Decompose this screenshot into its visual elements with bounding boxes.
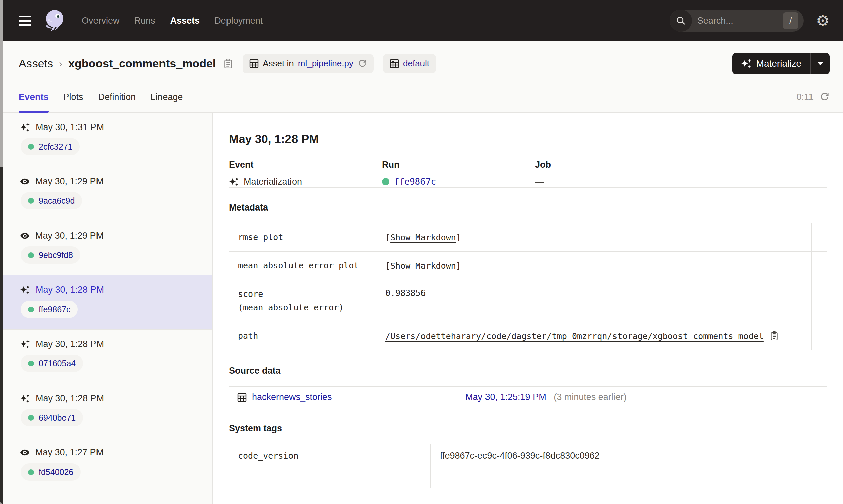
materialize-button[interactable]: Materialize — [733, 53, 810, 74]
tab-definition[interactable]: Definition — [98, 82, 136, 112]
asset-header-row: Assets › xgboost_comments_model Asset in… — [3, 41, 843, 82]
tab-lineage[interactable]: Lineage — [151, 82, 183, 112]
score-value: 0.983856 — [385, 288, 426, 298]
metadata-key: rmse plot — [229, 223, 376, 252]
run-id-pill[interactable]: 9aca6c9d — [21, 192, 82, 210]
run-id-link[interactable]: 071605a4 — [38, 359, 76, 368]
source-timestamp-link[interactable]: May 30, 1:25:19 PM — [465, 392, 547, 402]
show-markdown-link[interactable]: [Show Markdown] — [385, 261, 461, 271]
event-list-item[interactable]: May 30, 1:31 PM 2cfc3271 — [3, 113, 212, 167]
storage-path-link[interactable]: /Users/odetteharary/code/dagster/tmp_0mz… — [385, 331, 763, 341]
run-status-dot — [28, 307, 34, 312]
asset-group-chip[interactable]: default — [383, 54, 436, 73]
materialization-sparkle-icon — [20, 123, 30, 132]
primary-nav: Overview Runs Assets Deployment — [82, 16, 263, 26]
event-timestamp: May 30, 1:27 PM — [35, 447, 104, 458]
event-detail-heading: May 30, 1:28 PM — [229, 132, 827, 146]
materialization-sparkle-icon — [20, 340, 30, 349]
group-grid-icon — [390, 59, 399, 68]
run-id-link[interactable]: fd540026 — [38, 467, 73, 477]
tab-plots[interactable]: Plots — [63, 82, 83, 112]
run-column-header: Run — [382, 160, 535, 170]
breadcrumb: Assets › xgboost_comments_model — [19, 57, 233, 70]
observation-eye-icon — [20, 231, 30, 240]
job-column-header: Job — [535, 160, 688, 170]
source-data-row: hackernews_stories May 30, 1:25:19 PM (3… — [229, 386, 827, 408]
asset-name: xgboost_comments_model — [68, 57, 216, 70]
nav-item-overview[interactable]: Overview — [82, 16, 120, 26]
chevron-down-icon — [817, 62, 823, 65]
desktop-left-artifact — [0, 0, 3, 504]
materialize-split-button[interactable]: Materialize — [733, 53, 830, 74]
tab-events[interactable]: Events — [19, 82, 49, 112]
run-id-pill[interactable]: 2cfc3271 — [21, 138, 80, 155]
metadata-key: score (mean_absolute_error) — [229, 280, 376, 322]
observation-eye-icon — [20, 177, 30, 186]
dagster-app-window: Overview Runs Assets Deployment Search..… — [3, 0, 843, 504]
run-id-link[interactable]: 6940be71 — [38, 413, 76, 423]
run-id-pill[interactable]: 6940be71 — [21, 409, 83, 426]
run-status-dot — [28, 252, 34, 258]
materialize-dropdown-button[interactable] — [811, 53, 830, 74]
refresh-icon[interactable] — [820, 92, 830, 102]
run-status-dot — [28, 198, 34, 204]
copy-asset-name-icon[interactable] — [223, 58, 233, 69]
event-list-item[interactable]: May 30, 1:28 PM 071605a4 — [3, 330, 212, 384]
run-id-pill[interactable]: 071605a4 — [21, 355, 83, 372]
table-grid-icon — [237, 393, 246, 402]
run-id-pill[interactable]: ffe9867c — [21, 301, 78, 318]
event-list-item[interactable]: May 30, 1:27 PM fd540026 — [3, 438, 212, 492]
asset-in-label: Asset in — [263, 58, 294, 69]
show-markdown-link[interactable]: [Show Markdown] — [385, 233, 461, 242]
settings-gear-icon[interactable]: ⚙ — [816, 13, 830, 29]
reload-location-icon[interactable] — [358, 59, 367, 68]
code-location-link[interactable]: ml_pipeline.py — [298, 58, 354, 69]
event-list-item[interactable]: May 30, 1:29 PM 9ebc9fd8 — [3, 221, 212, 275]
dagster-logo-icon[interactable] — [41, 7, 68, 34]
event-timestamp: May 30, 1:28 PM — [35, 285, 104, 295]
run-status-dot — [28, 469, 34, 475]
event-detail-panel: May 30, 1:28 PM Event Materialization Ru… — [213, 113, 843, 504]
metadata-table: rmse plot [Show Markdown] mean_absolute_… — [229, 223, 827, 350]
run-id-link[interactable]: ffe9867c — [394, 177, 436, 187]
copy-path-icon[interactable] — [770, 331, 779, 341]
metadata-key: mean_absolute_error plot — [229, 252, 376, 280]
run-id-link[interactable]: 9aca6c9d — [38, 196, 75, 206]
run-id-link[interactable]: ffe9867c — [38, 305, 70, 314]
nav-item-deployment[interactable]: Deployment — [214, 16, 263, 26]
metadata-row-mae-plot: mean_absolute_error plot [Show Markdown] — [229, 252, 827, 280]
run-id-link[interactable]: 2cfc3271 — [38, 142, 72, 151]
materialization-sparkle-icon — [20, 286, 30, 294]
run-status-dot — [28, 415, 34, 421]
run-id-pill[interactable]: 9ebc9fd8 — [21, 246, 81, 264]
hamburger-menu-icon[interactable] — [19, 16, 32, 26]
asset-group-link[interactable]: default — [403, 58, 429, 69]
divider — [229, 187, 827, 188]
table-grid-icon — [249, 59, 259, 68]
event-list-item[interactable]: May 30, 1:29 PM 9aca6c9d — [3, 167, 212, 221]
search-input[interactable]: Search... / — [670, 10, 804, 32]
nav-item-assets[interactable]: Assets — [170, 16, 200, 26]
breadcrumb-separator: › — [58, 58, 63, 69]
code-location-chip[interactable]: Asset in ml_pipeline.py — [243, 54, 374, 73]
system-tags-heading: System tags — [229, 424, 827, 434]
run-status-dot — [28, 361, 34, 366]
run-id-link[interactable]: 9ebc9fd8 — [38, 250, 73, 260]
source-data-heading: Source data — [229, 366, 827, 376]
system-tag-key: code_version — [229, 444, 431, 468]
event-list-item-selected[interactable]: May 30, 1:28 PM ffe9867c — [3, 275, 212, 330]
system-tags-table: code_version ffe9867c-ec9c-4f06-939c-f8d… — [229, 444, 827, 488]
system-tag-row: code_version ffe9867c-ec9c-4f06-939c-f8d… — [229, 444, 827, 468]
metadata-key: path — [229, 322, 376, 350]
event-list-item[interactable]: May 30, 1:28 PM 6940be71 — [3, 384, 212, 438]
event-timestamp: May 30, 1:29 PM — [35, 231, 104, 241]
materialize-sparkle-icon — [741, 59, 752, 68]
source-asset-link[interactable]: hackernews_stories — [237, 392, 449, 402]
nav-item-runs[interactable]: Runs — [134, 16, 155, 26]
materialization-sparkle-icon — [20, 394, 30, 403]
run-id-pill[interactable]: fd540026 — [21, 463, 81, 481]
breadcrumb-assets-link[interactable]: Assets — [19, 57, 53, 70]
metadata-row-rmse-plot: rmse plot [Show Markdown] — [229, 223, 827, 252]
system-tag-value: ffe9867c-ec9c-4f06-939c-f8dc830c0962 — [431, 444, 827, 468]
search-shortcut-key: / — [783, 12, 798, 29]
